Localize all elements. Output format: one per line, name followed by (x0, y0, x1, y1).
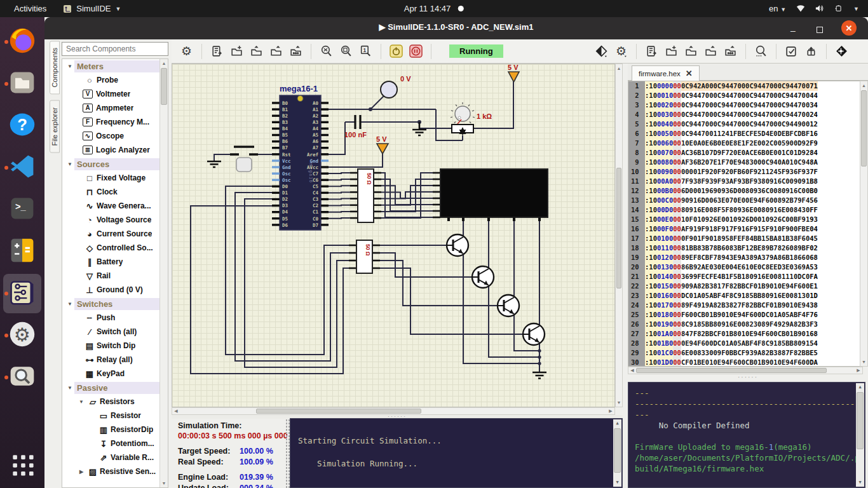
potentiometer[interactable]: 1 kΩ (451, 102, 492, 135)
zoom-selected-button[interactable] (337, 43, 355, 60)
tree-item-fixed-voltage[interactable]: □Fixed Voltage (62, 171, 161, 185)
dock-item-terminal[interactable]: >_ (3, 190, 41, 229)
rail-5v-avcc[interactable]: 5 V (376, 135, 388, 154)
circuit-info-button[interactable] (208, 43, 226, 60)
battery-icon[interactable] (834, 4, 843, 13)
hex-editor[interactable]: 1 :100000000C942A000C9447000C9447000C944… (628, 81, 863, 367)
hex-vertical-scrollbar[interactable]: ▲ ▼ (860, 81, 868, 367)
vertical-splitter[interactable] (285, 419, 290, 488)
tree-category-passive[interactable]: ▼Passive (62, 381, 161, 395)
compile-button[interactable] (593, 43, 610, 60)
tree-item-voltmeter[interactable]: VVoltmeter (62, 87, 161, 101)
dock-item-app-grid[interactable] (3, 446, 41, 485)
collapse-arrow-icon[interactable]: ▼ (65, 64, 74, 69)
dock-item-vscode[interactable] (3, 148, 41, 187)
tree-item-ampmeter[interactable]: AAmpmeter (62, 101, 161, 115)
dock-item-settings[interactable]: ⚙ (3, 316, 41, 355)
search-components-input[interactable] (62, 42, 168, 56)
simulation-terminal[interactable]: Starting Circuit Simulation... Simulatio… (290, 418, 623, 488)
scroll-right-icon[interactable]: ▶ (607, 409, 614, 414)
rail-5v-top[interactable]: 5 V (508, 64, 519, 82)
scroll-down-icon[interactable]: ▼ (616, 398, 622, 407)
app-menu[interactable]: SimulIDE ▼ (63, 4, 121, 13)
tree-item-resistor[interactable]: ▭Resistor (62, 409, 161, 423)
scroll-down-icon[interactable]: ▼ (860, 358, 867, 366)
dock-item-calculator[interactable] (3, 232, 41, 271)
tree-item-resistors[interactable]: ▼▱Resistors (62, 395, 161, 409)
tree-item-frequency-m[interactable]: FFrequency M... (62, 115, 161, 129)
tree-item-rail[interactable]: ▽Rail (62, 269, 161, 283)
terminal-scrollbar[interactable]: ▲ ▼ (613, 419, 621, 487)
close-button[interactable]: ✕ (841, 20, 857, 36)
tab-components[interactable]: Components (50, 41, 60, 94)
canvas-horizontal-scrollbar[interactable]: ◀ ▶ (172, 407, 615, 415)
push-button[interactable] (230, 147, 258, 172)
scroll-down-icon[interactable]: ▼ (613, 478, 621, 487)
scroll-left-icon[interactable]: ◀ (172, 409, 180, 414)
open-circuit-button[interactable] (248, 43, 265, 60)
tree-category-meters[interactable]: ▼Meters (62, 59, 161, 73)
panel-splitter[interactable]: ······ (628, 374, 868, 382)
voltage-probe[interactable]: 0 V (381, 75, 411, 98)
save-file-as-button[interactable] (722, 43, 739, 60)
circuit-canvas[interactable]: 5 V 5 V 0 V 100 nF 1 kΩ (172, 64, 623, 415)
tree-item-potentiom[interactable]: ↧Potentiom... (62, 437, 161, 451)
system-menu-chevron-icon[interactable]: ▼ (853, 6, 859, 12)
minimize-button[interactable]: – (788, 20, 798, 36)
tree-item-wave-genera[interactable]: ∿Wave Genera... (62, 199, 161, 213)
compiler-console[interactable]: ----------------------------------------… (628, 382, 865, 488)
tree-item-oscope[interactable]: ∿Oscope (62, 129, 161, 143)
save-file-button[interactable] (702, 43, 719, 60)
pause-simulation-button[interactable] (407, 43, 424, 60)
npn-transistor[interactable] (498, 295, 519, 316)
npn-transistor[interactable] (472, 266, 494, 288)
tree-category-switches[interactable]: ▼Switches (62, 297, 161, 311)
scroll-up-icon[interactable]: ▲ (860, 81, 867, 90)
find-button[interactable] (752, 43, 770, 60)
activities-button[interactable]: Activities (14, 4, 46, 13)
upload-firmware-button[interactable] (803, 43, 820, 60)
dock-item-help[interactable]: ? (3, 106, 41, 146)
mcu-mega16[interactable]: mega16-1 mega16 B0B1B2B3B4B5B6B7RstVccGn… (272, 84, 329, 230)
scroll-up-icon[interactable]: ▲ (613, 419, 621, 428)
new-circuit-button[interactable] (228, 43, 245, 60)
save-circuit-button[interactable] (268, 43, 285, 60)
power-circuit-button[interactable] (388, 43, 405, 60)
scroll-up-icon[interactable]: ▲ (616, 64, 622, 72)
tab-firmware-hex[interactable]: firmware.hex ✕ (632, 65, 700, 81)
resistor-pack-2[interactable]: 50 Ω (349, 240, 380, 273)
tree-item-push[interactable]: ╌Push (62, 311, 161, 325)
tree-item-variable-r[interactable]: ⇗Variable R... (62, 451, 161, 464)
wifi-icon[interactable] (796, 4, 805, 13)
tree-item-clock[interactable]: ⊓Clock (62, 185, 161, 199)
npn-transistor[interactable] (523, 323, 545, 345)
language-indicator[interactable]: en ▼ (769, 4, 786, 13)
tree-item-keypad[interactable]: ▦KeyPad (62, 367, 161, 381)
tree-item-switch-all[interactable]: ∕Switch (all) (62, 325, 161, 339)
editor-settings-button[interactable]: ⚙ (613, 43, 630, 60)
dock-item-screenshot-tool[interactable] (3, 358, 41, 397)
scroll-up-icon[interactable]: ▲ (856, 383, 864, 391)
scroll-right-icon[interactable]: ▶ (855, 368, 862, 373)
tree-item-controlled-so[interactable]: ◇Controlled So... (62, 241, 161, 255)
console-scrollbar[interactable]: ▲ ▼ (856, 383, 864, 487)
collapse-arrow-icon[interactable]: ▼ (65, 161, 74, 167)
dock-item-files[interactable] (3, 64, 41, 104)
npn-transistor[interactable] (447, 234, 468, 256)
expand-arrow-icon[interactable]: ▶ (77, 469, 86, 475)
expand-arrow-icon[interactable]: ▼ (77, 399, 86, 405)
tree-item-current-source[interactable]: ◕Current Source (62, 227, 161, 241)
tree-item-battery[interactable]: ∥Battery (62, 255, 161, 269)
resistor-pack-1[interactable]: 50 Ω (350, 169, 381, 222)
tree-item-logic-analyzer[interactable]: ≣Logic Analyzer (62, 143, 161, 157)
tree-item-voltage-source[interactable]: ◔Voltage Source (62, 213, 161, 227)
maximize-button[interactable] (815, 20, 825, 36)
scroll-down-icon[interactable]: ▼ (856, 478, 864, 487)
debug-button[interactable] (833, 43, 850, 60)
tree-scrollbar[interactable]: ▲ ▼ (159, 59, 168, 487)
check-code-button[interactable] (783, 43, 800, 60)
tree-item-ground-0-v[interactable]: ⊥Ground (0 V) (62, 283, 161, 297)
save-circuit-as-button[interactable] (287, 43, 304, 60)
volume-icon[interactable] (815, 4, 824, 13)
canvas-vertical-scrollbar[interactable]: ▲ ▼ (615, 64, 623, 407)
